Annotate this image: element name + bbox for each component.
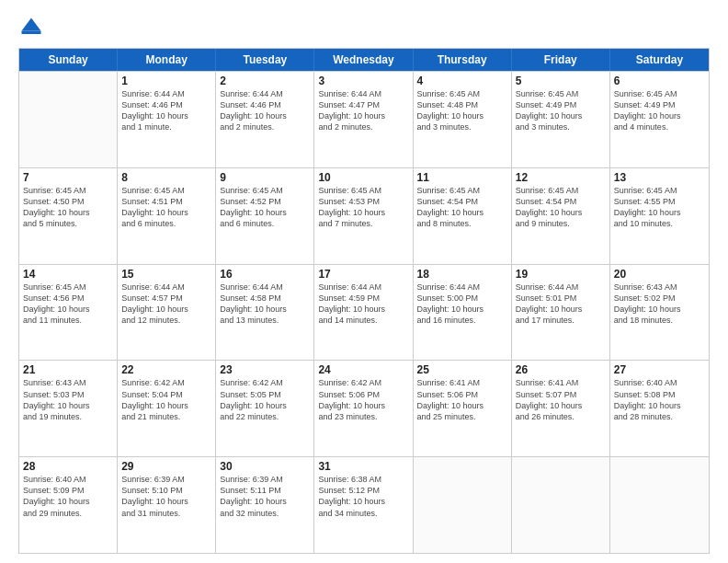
- day-info: Sunrise: 6:45 AMSunset: 4:54 PMDaylight:…: [417, 185, 507, 230]
- calendar-cell-5-3: 30Sunrise: 6:39 AMSunset: 5:11 PMDayligh…: [216, 457, 314, 553]
- calendar-cell-3-1: 14Sunrise: 6:45 AMSunset: 4:56 PMDayligh…: [19, 265, 118, 361]
- day-number: 19: [516, 268, 606, 281]
- calendar-cell-1-7: 6Sunrise: 6:45 AMSunset: 4:49 PMDaylight…: [610, 72, 709, 167]
- day-number: 9: [220, 171, 310, 184]
- day-info: Sunrise: 6:43 AMSunset: 5:02 PMDaylight:…: [614, 282, 705, 327]
- day-number: 3: [318, 75, 408, 87]
- header-saturday: Saturday: [610, 49, 709, 71]
- day-number: 1: [121, 75, 211, 87]
- day-number: 17: [318, 268, 408, 281]
- calendar: Sunday Monday Tuesday Wednesday Thursday…: [18, 48, 710, 554]
- calendar-cell-4-2: 22Sunrise: 6:42 AMSunset: 5:04 PMDayligh…: [118, 361, 216, 456]
- day-number: 27: [614, 363, 705, 376]
- header-thursday: Thursday: [414, 49, 512, 71]
- day-info: Sunrise: 6:45 AMSunset: 4:49 PMDaylight:…: [516, 88, 606, 133]
- calendar-cell-3-6: 19Sunrise: 6:44 AMSunset: 5:01 PMDayligh…: [512, 265, 610, 361]
- logo-icon: [18, 15, 44, 40]
- calendar-cell-4-4: 24Sunrise: 6:42 AMSunset: 5:06 PMDayligh…: [314, 361, 413, 456]
- calendar-cell-2-2: 8Sunrise: 6:45 AMSunset: 4:51 PMDaylight…: [118, 168, 216, 264]
- day-info: Sunrise: 6:44 AMSunset: 4:57 PMDaylight:…: [121, 282, 211, 327]
- day-info: Sunrise: 6:45 AMSunset: 4:53 PMDaylight:…: [318, 185, 408, 230]
- day-number: 6: [614, 75, 705, 87]
- day-info: Sunrise: 6:44 AMSunset: 5:00 PMDaylight:…: [417, 282, 507, 327]
- calendar-cell-3-5: 18Sunrise: 6:44 AMSunset: 5:00 PMDayligh…: [414, 265, 512, 361]
- calendar-cell-1-5: 4Sunrise: 6:45 AMSunset: 4:48 PMDaylight…: [414, 72, 512, 167]
- day-number: 22: [121, 363, 211, 376]
- calendar-cell-5-1: 28Sunrise: 6:40 AMSunset: 5:09 PMDayligh…: [19, 457, 118, 553]
- day-number: 12: [516, 171, 606, 184]
- calendar-cell-1-6: 5Sunrise: 6:45 AMSunset: 4:49 PMDaylight…: [512, 72, 610, 167]
- day-info: Sunrise: 6:41 AMSunset: 5:07 PMDaylight:…: [516, 377, 606, 422]
- calendar-week-2: 7Sunrise: 6:45 AMSunset: 4:50 PMDaylight…: [19, 167, 709, 264]
- calendar-cell-4-6: 26Sunrise: 6:41 AMSunset: 5:07 PMDayligh…: [512, 361, 610, 456]
- day-info: Sunrise: 6:43 AMSunset: 5:03 PMDaylight:…: [23, 377, 113, 422]
- calendar-week-5: 28Sunrise: 6:40 AMSunset: 5:09 PMDayligh…: [19, 456, 709, 553]
- day-number: 7: [23, 171, 113, 184]
- day-info: Sunrise: 6:42 AMSunset: 5:04 PMDaylight:…: [121, 377, 211, 422]
- calendar-cell-5-6: [512, 457, 610, 553]
- day-info: Sunrise: 6:45 AMSunset: 4:49 PMDaylight:…: [614, 88, 705, 133]
- day-number: 15: [121, 268, 211, 281]
- calendar-cell-3-7: 20Sunrise: 6:43 AMSunset: 5:02 PMDayligh…: [610, 265, 709, 361]
- day-info: Sunrise: 6:44 AMSunset: 4:59 PMDaylight:…: [318, 282, 408, 327]
- calendar-cell-3-2: 15Sunrise: 6:44 AMSunset: 4:57 PMDayligh…: [118, 265, 216, 361]
- calendar-cell-4-7: 27Sunrise: 6:40 AMSunset: 5:08 PMDayligh…: [610, 361, 709, 456]
- calendar-cell-2-4: 10Sunrise: 6:45 AMSunset: 4:53 PMDayligh…: [314, 168, 413, 264]
- day-info: Sunrise: 6:40 AMSunset: 5:09 PMDaylight:…: [23, 474, 113, 519]
- header-wednesday: Wednesday: [314, 49, 413, 71]
- header-friday: Friday: [512, 49, 610, 71]
- day-info: Sunrise: 6:39 AMSunset: 5:10 PMDaylight:…: [121, 474, 211, 519]
- day-number: 8: [121, 171, 211, 184]
- day-info: Sunrise: 6:39 AMSunset: 5:11 PMDaylight:…: [220, 474, 310, 519]
- calendar-cell-2-1: 7Sunrise: 6:45 AMSunset: 4:50 PMDaylight…: [19, 168, 118, 264]
- calendar-cell-5-4: 31Sunrise: 6:38 AMSunset: 5:12 PMDayligh…: [314, 457, 413, 553]
- calendar-cell-5-7: [610, 457, 709, 553]
- day-number: 21: [23, 363, 113, 376]
- day-info: Sunrise: 6:38 AMSunset: 5:12 PMDaylight:…: [318, 474, 408, 519]
- header-sunday: Sunday: [19, 49, 118, 71]
- day-info: Sunrise: 6:45 AMSunset: 4:55 PMDaylight:…: [614, 185, 705, 230]
- calendar-cell-3-4: 17Sunrise: 6:44 AMSunset: 4:59 PMDayligh…: [314, 265, 413, 361]
- day-number: 24: [318, 363, 408, 376]
- calendar-cell-3-3: 16Sunrise: 6:44 AMSunset: 4:58 PMDayligh…: [216, 265, 314, 361]
- day-info: Sunrise: 6:45 AMSunset: 4:56 PMDaylight:…: [23, 282, 113, 327]
- calendar-cell-5-5: [414, 457, 512, 553]
- calendar-cell-4-1: 21Sunrise: 6:43 AMSunset: 5:03 PMDayligh…: [19, 361, 118, 456]
- day-number: 20: [614, 268, 705, 281]
- header-monday: Monday: [118, 49, 216, 71]
- calendar-week-4: 21Sunrise: 6:43 AMSunset: 5:03 PMDayligh…: [19, 360, 709, 456]
- day-info: Sunrise: 6:40 AMSunset: 5:08 PMDaylight:…: [614, 377, 705, 422]
- day-info: Sunrise: 6:44 AMSunset: 4:58 PMDaylight:…: [220, 282, 310, 327]
- day-info: Sunrise: 6:45 AMSunset: 4:48 PMDaylight:…: [417, 88, 507, 133]
- calendar-header: Sunday Monday Tuesday Wednesday Thursday…: [19, 49, 709, 71]
- day-info: Sunrise: 6:45 AMSunset: 4:50 PMDaylight:…: [23, 185, 113, 230]
- calendar-week-1: 1Sunrise: 6:44 AMSunset: 4:46 PMDaylight…: [19, 71, 709, 167]
- svg-marker-0: [22, 18, 41, 31]
- calendar-cell-2-7: 13Sunrise: 6:45 AMSunset: 4:55 PMDayligh…: [610, 168, 709, 264]
- calendar-cell-5-2: 29Sunrise: 6:39 AMSunset: 5:10 PMDayligh…: [118, 457, 216, 553]
- day-number: 11: [417, 171, 507, 184]
- calendar-cell-2-5: 11Sunrise: 6:45 AMSunset: 4:54 PMDayligh…: [414, 168, 512, 264]
- calendar-cell-2-6: 12Sunrise: 6:45 AMSunset: 4:54 PMDayligh…: [512, 168, 610, 264]
- day-number: 28: [23, 460, 113, 473]
- calendar-body: 1Sunrise: 6:44 AMSunset: 4:46 PMDaylight…: [19, 71, 709, 553]
- day-info: Sunrise: 6:45 AMSunset: 4:51 PMDaylight:…: [121, 185, 211, 230]
- day-info: Sunrise: 6:44 AMSunset: 4:47 PMDaylight:…: [318, 88, 408, 133]
- calendar-cell-1-4: 3Sunrise: 6:44 AMSunset: 4:47 PMDaylight…: [314, 72, 413, 167]
- calendar-cell-1-2: 1Sunrise: 6:44 AMSunset: 4:46 PMDaylight…: [118, 72, 216, 167]
- day-number: 25: [417, 363, 507, 376]
- day-number: 14: [23, 268, 113, 281]
- day-number: 10: [318, 171, 408, 184]
- day-info: Sunrise: 6:42 AMSunset: 5:06 PMDaylight:…: [318, 377, 408, 422]
- logo: [18, 15, 48, 40]
- day-number: 5: [516, 75, 606, 87]
- day-info: Sunrise: 6:45 AMSunset: 4:52 PMDaylight:…: [220, 185, 310, 230]
- day-info: Sunrise: 6:44 AMSunset: 5:01 PMDaylight:…: [516, 282, 606, 327]
- calendar-cell-2-3: 9Sunrise: 6:45 AMSunset: 4:52 PMDaylight…: [216, 168, 314, 264]
- calendar-cell-4-3: 23Sunrise: 6:42 AMSunset: 5:05 PMDayligh…: [216, 361, 314, 456]
- day-info: Sunrise: 6:42 AMSunset: 5:05 PMDaylight:…: [220, 377, 310, 422]
- day-number: 31: [318, 460, 408, 473]
- day-number: 2: [220, 75, 310, 87]
- calendar-cell-1-3: 2Sunrise: 6:44 AMSunset: 4:46 PMDaylight…: [216, 72, 314, 167]
- header-tuesday: Tuesday: [216, 49, 314, 71]
